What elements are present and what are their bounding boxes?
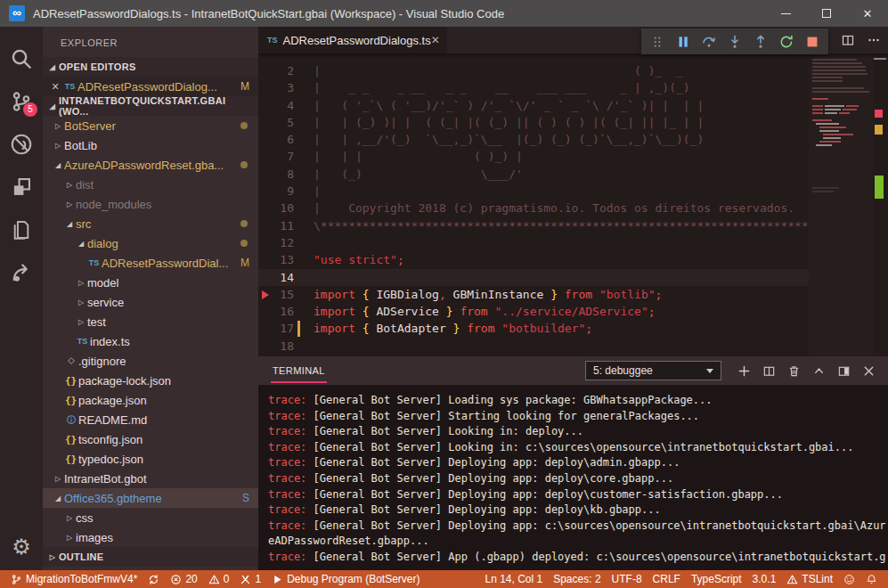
tree-item-node-modules[interactable]: ▷node_modules [43,194,258,214]
code-line[interactable]: 14 [258,269,809,286]
section-open-editors[interactable]: ◢OPEN EDITORS [43,57,258,77]
stop-icon[interactable] [804,34,820,50]
line-number[interactable]: 13 [258,251,294,268]
code-line[interactable]: 15import { IGBDialog, GBMinInstance } fr… [258,286,809,303]
split-terminal-icon[interactable] [762,364,776,378]
statusbar-cursor-position[interactable]: Ln 14, Col 1 [479,570,548,588]
new-terminal-icon[interactable] [737,364,751,378]
statusbar-encoding[interactable]: UTF-8 [607,570,648,588]
split-editor-icon[interactable] [841,33,855,47]
code-line[interactable]: 18 [258,338,809,355]
close-editor-icon[interactable]: ✕ [48,81,62,93]
debug-icon[interactable] [0,123,43,166]
tree-item-test[interactable]: ▷test [43,312,258,331]
statusbar-fixes[interactable]: 1 [234,570,266,588]
tree-item-dialog[interactable]: ◢dialog [43,233,258,253]
settings-gear-icon[interactable]: ⚙ [0,529,43,565]
minimap[interactable] [809,53,873,356]
code-editor[interactable]: 2| ( )_ _3| _ _ _ __ _ _ __ ___ ___ _ | … [258,53,888,356]
statusbar-git-branch[interactable]: MigrationToBotFmwV4* [5,570,143,588]
tree-item-images[interactable]: ▷images [43,527,258,547]
toggle-panel-icon[interactable] [837,364,851,378]
tree-item-adresetpassworddial[interactable]: TSADResetPasswordDial...M [43,253,258,273]
tree-item-css[interactable]: ▷css [43,508,258,527]
step-into-icon[interactable] [727,34,743,50]
step-out-icon[interactable] [753,34,769,50]
line-number[interactable]: 5 [258,114,294,131]
tree-item-service[interactable]: ▷service [43,292,258,312]
line-number[interactable]: 17 [258,320,294,337]
code-line[interactable]: 10| Copyright 2018 (c) pragmatismo.io. T… [258,200,809,216]
line-number[interactable]: 2 [258,62,294,79]
line-number[interactable]: 4 [258,97,294,114]
line-number[interactable]: 11 [258,217,294,234]
line-number[interactable]: 8 [258,166,294,183]
step-over-icon[interactable] [701,34,717,50]
close-panel-icon[interactable] [862,364,876,378]
code-line[interactable]: 16import { ADService } from "../service/… [258,303,809,320]
tree-item-gitignore[interactable]: .gitignore [43,351,258,371]
statusbar-language-mode[interactable]: TypeScript [686,570,747,588]
code-line[interactable]: 8| (_) \___/' [258,166,809,183]
statusbar-notifications[interactable] [860,570,883,588]
maximize-button[interactable] [806,0,847,27]
code-line[interactable]: 13"use strict"; [258,251,809,268]
code-line[interactable]: 3| _ _ _ __ _ _ __ ___ ___ _ | ,_)(_) [258,79,809,96]
tree-item-botlib[interactable]: ▷BotLib [43,135,258,155]
code-line[interactable]: 6| | ,__/'(_) `\__,_)`\__ |(_) (_) (_)`\… [258,131,809,148]
section-outline[interactable]: ▷OUTLINE [43,547,258,567]
close-button[interactable]: ✕ [847,0,888,27]
line-number[interactable]: 9 [258,183,294,200]
line-number[interactable]: 6 [258,131,294,148]
code-line[interactable]: 9| [258,183,809,200]
statusbar-sync[interactable] [143,570,165,588]
statusbar-tslint[interactable]: TSLint [781,570,838,588]
terminal-output[interactable]: trace: [General Bot Server] Loading sys … [258,385,888,570]
minimize-button[interactable] [765,0,806,27]
line-number[interactable]: 10 [258,200,294,216]
line-number[interactable]: 7 [258,148,294,165]
statusbar-version[interactable]: 3.0.1 [747,570,782,588]
tree-item-azureadpasswordreset-gba[interactable]: ◢AzureADPasswordReset.gba... [43,155,258,175]
tree-item-office365-gbtheme[interactable]: ◢Office365.gbthemeS [43,488,258,508]
tab-close-icon[interactable]: ✕ [431,34,440,46]
section-workspace[interactable]: ◢INTRANETBOTQUICKSTART.GBAI (WO... [43,96,258,116]
statusbar-errors[interactable]: 20 [165,570,202,588]
line-number[interactable]: 18 [258,338,294,355]
code-line[interactable]: 4| ( '_`\ ( '__)/'_` ) /'_ `\/' _ ` _ `\… [258,97,809,114]
search-icon[interactable] [0,37,43,80]
open-editor-item[interactable]: ✕TSADResetPasswordDialog...M [43,77,258,96]
tree-item-botserver[interactable]: ▷BotServer [43,116,258,135]
statusbar-feedback[interactable] [838,570,860,588]
tree-item-typedoc-json[interactable]: {}typedoc.json [43,449,258,469]
tree-item-intranetbot-gbot[interactable]: ▷IntranetBot.gbot [43,469,258,488]
tree-item-model[interactable]: ▷model [43,273,258,292]
tree-item-dist[interactable]: ▷dist [43,175,258,194]
tree-item-package-lock-json[interactable]: {}package-lock.json [43,371,258,390]
source-control-icon[interactable]: 5 [0,80,43,123]
line-number[interactable]: 14 [258,269,294,286]
code-line[interactable]: 11\*************************************… [258,217,809,234]
line-number[interactable]: 16 [258,303,294,320]
tab-adresetpassworddialogs[interactable]: TS ADResetPasswordDialogs.ts ✕ [258,27,447,53]
statusbar-warnings[interactable]: 0 [203,570,235,588]
maximize-panel-icon[interactable] [812,364,826,378]
tree-item-readme-md[interactable]: README.md [43,410,258,429]
documents-icon[interactable] [0,208,43,251]
code-line[interactable]: 2| ( )_ _ [258,62,809,79]
share-icon[interactable] [0,251,43,294]
restart-icon[interactable] [778,34,794,50]
line-number[interactable]: 12 [258,234,294,251]
tree-item-tsconfig-json[interactable]: {}tsconfig.json [43,429,258,449]
tree-item-src[interactable]: ◢src [43,214,258,233]
tree-item-index-ts[interactable]: TSindex.ts [43,331,258,351]
code-line[interactable]: 7| | | ( )_) | [258,148,809,165]
statusbar-debug-program[interactable]: Debug Program (BotServer) [266,570,425,588]
line-number[interactable]: 3 [258,79,294,96]
terminal-select[interactable]: 5: debuggee [585,361,721,380]
extensions-icon[interactable] [0,166,43,208]
statusbar-eol[interactable]: CRLF [648,570,686,588]
more-actions-icon[interactable] [867,33,881,47]
tree-item-package-json[interactable]: {}package.json [43,390,258,410]
code-line[interactable]: 17import { BotAdapter } from "botbuilder… [258,320,809,337]
